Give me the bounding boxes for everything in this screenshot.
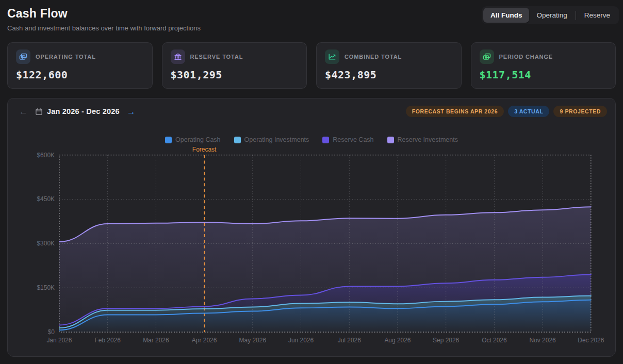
bank-icon [171, 49, 185, 64]
svg-text:$150K: $150K [37, 284, 55, 291]
previous-period-arrow-icon[interactable]: ← [18, 106, 29, 117]
chart-legend: Operating CashOperating InvestmentsReser… [8, 136, 615, 143]
svg-text:Jan 2026: Jan 2026 [46, 337, 72, 344]
date-range-label: Jan 2026 - Dec 2026 [47, 107, 120, 115]
legend-label: Reserve Investments [398, 136, 458, 143]
card-combined-total: COMBINED TOTAL $423,895 [316, 42, 462, 89]
legend-label: Operating Investments [244, 136, 309, 143]
card-label: PERIOD CHANGE [499, 54, 553, 60]
tab-all-funds[interactable]: All Funds [483, 8, 530, 23]
card-value: $301,295 [171, 69, 299, 81]
trend-up-icon [325, 49, 339, 64]
cash-flow-chart-panel: ← Jan 2026 - Dec 2026 → FORECAST BEGINS … [7, 98, 616, 357]
card-value: $423,895 [325, 69, 453, 81]
svg-text:Sep 2026: Sep 2026 [433, 337, 459, 344]
projected-count-badge: 9 PROJECTED [553, 106, 607, 117]
svg-text:Aug 2026: Aug 2026 [384, 337, 411, 344]
svg-text:Apr 2026: Apr 2026 [192, 337, 217, 344]
y-axis-labels: $0$150K$300K$450K$600K [37, 152, 55, 336]
card-value: $122,600 [16, 69, 144, 81]
legend-item-0: Operating Cash [165, 136, 221, 143]
date-navigation: ← Jan 2026 - Dec 2026 → [18, 106, 137, 117]
card-label: COMBINED TOTAL [345, 54, 402, 60]
card-period-change: PERIOD CHANGE $117,514 [471, 42, 616, 89]
legend-label: Reserve Cash [333, 136, 373, 143]
card-value: $117,514 [480, 69, 608, 81]
svg-text:Jul 2026: Jul 2026 [338, 337, 361, 344]
card-reserve-total: RESERVE TOTAL $301,295 [162, 42, 307, 89]
tab-divider [576, 11, 576, 20]
banknotes-icon [16, 49, 30, 64]
legend-swatch [165, 137, 172, 143]
calendar-icon [35, 108, 43, 115]
forecast-label: Forecast [192, 146, 217, 153]
svg-text:Jun 2026: Jun 2026 [288, 337, 314, 344]
card-label: RESERVE TOTAL [190, 54, 243, 60]
svg-text:Oct 2026: Oct 2026 [482, 337, 507, 344]
svg-text:Nov 2026: Nov 2026 [530, 337, 556, 344]
fund-filter-segmented-control: All Funds Operating Reserve [482, 6, 619, 24]
svg-text:May 2026: May 2026 [239, 337, 267, 344]
actual-count-badge: 3 ACTUAL [508, 106, 549, 117]
page-subtitle: Cash and investment balances over time w… [7, 24, 201, 32]
stat-cards-row: OPERATING TOTAL $122,600 RESERVE TOTAL $… [7, 42, 616, 89]
svg-text:Mar 2026: Mar 2026 [143, 337, 169, 344]
svg-text:$450K: $450K [37, 195, 55, 203]
legend-item-2: Reserve Cash [322, 136, 373, 143]
legend-item-3: Reserve Investments [387, 136, 458, 143]
legend-swatch [387, 137, 394, 143]
chart-header: ← Jan 2026 - Dec 2026 → FORECAST BEGINS … [18, 106, 607, 117]
legend-swatch [322, 137, 329, 143]
tab-reserve[interactable]: Reserve [577, 8, 617, 23]
card-operating-total: OPERATING TOTAL $122,600 [7, 42, 153, 89]
legend-item-1: Operating Investments [234, 136, 309, 143]
banknotes-icon [480, 49, 494, 64]
status-badges: FORECAST BEGINS APR 2026 3 ACTUAL 9 PROJ… [406, 106, 607, 117]
tab-operating[interactable]: Operating [529, 8, 574, 23]
card-label: OPERATING TOTAL [36, 54, 96, 60]
svg-text:$600K: $600K [37, 152, 55, 159]
svg-text:$0: $0 [48, 328, 55, 336]
svg-text:Feb 2026: Feb 2026 [94, 337, 121, 344]
next-period-arrow-icon[interactable]: → [126, 106, 137, 117]
legend-label: Operating Cash [175, 136, 221, 143]
svg-text:$300K: $300K [37, 240, 55, 247]
forecast-begins-badge: FORECAST BEGINS APR 2026 [406, 106, 504, 117]
legend-swatch [234, 137, 241, 143]
page-title: Cash Flow [7, 7, 68, 21]
svg-text:Dec 2026: Dec 2026 [578, 337, 604, 344]
x-axis-labels: Jan 2026Feb 2026Mar 2026Apr 2026May 2026… [46, 337, 604, 344]
